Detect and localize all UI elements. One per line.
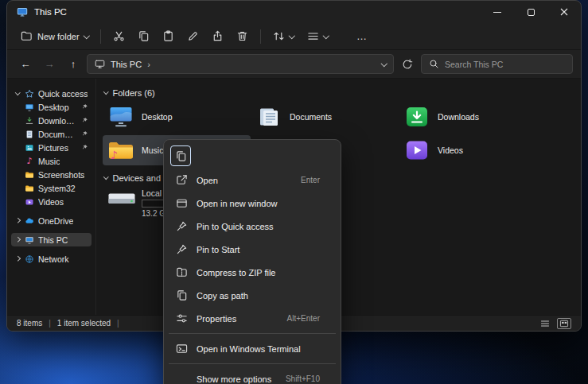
back-button[interactable]: ←: [15, 54, 36, 75]
menu-item-label: Copy as path: [197, 291, 248, 301]
sidebar-item-desktop[interactable]: Desktop: [11, 100, 92, 114]
cut-icon: [113, 30, 125, 42]
chevron-right-icon: [14, 238, 21, 242]
menu-item-show-more-options[interactable]: Show more options Shift+F10: [167, 367, 337, 384]
up-button[interactable]: ↑: [63, 54, 84, 75]
breadcrumb-separator: ›: [147, 60, 150, 69]
rename-button[interactable]: [181, 26, 204, 46]
folder-tile-documents[interactable]: Documents: [251, 102, 399, 132]
desktop-icon: [107, 106, 134, 128]
chevron-down-icon: [103, 174, 108, 179]
new-folder-icon: [21, 30, 33, 42]
back-icon: ←: [21, 58, 31, 70]
paste-button[interactable]: [157, 26, 180, 46]
paste-icon: [162, 30, 174, 42]
menu-item-label: Compress to ZIP file: [197, 268, 275, 277]
folders-header-label: Folders (6): [113, 88, 155, 98]
copy-button[interactable]: [132, 26, 155, 46]
menu-item-label: Open in Windows Terminal: [197, 344, 301, 354]
copy-quick-action-button[interactable]: [170, 145, 191, 166]
new-folder-button[interactable]: New folder: [15, 26, 94, 46]
sidebar-item-label: Documents: [38, 130, 77, 139]
details-view-toggle[interactable]: [538, 318, 552, 329]
sidebar-item-music[interactable]: ♪ Music: [11, 154, 92, 168]
menu-item-pin-to-quick-access[interactable]: Pin to Quick access: [167, 215, 337, 238]
copy-icon: [138, 30, 150, 42]
sidebar-item-downloads[interactable]: Downloads: [11, 114, 92, 127]
sort-button[interactable]: [267, 26, 300, 46]
window-title: This PC: [34, 7, 67, 17]
menu-item-properties[interactable]: Properties Alt+Enter: [167, 307, 337, 330]
selection-count: 1 item selected: [57, 319, 111, 328]
downloads-icon: [25, 116, 34, 126]
more-options-icon: …: [352, 30, 372, 42]
navigation-bar: ← → ↑ This PC ›: [7, 50, 581, 79]
see-more-button[interactable]: …: [346, 26, 378, 46]
chevron-down-icon: [103, 89, 108, 94]
share-button[interactable]: [206, 26, 229, 46]
sidebar-item-label: This PC: [38, 235, 68, 245]
folder-tile-videos[interactable]: Videos: [399, 135, 547, 165]
music-icon: ♪: [25, 157, 34, 166]
search-box[interactable]: [421, 54, 573, 74]
command-bar: New folder …: [7, 23, 581, 50]
menu-item-pin-to-start[interactable]: Pin to Start: [167, 238, 337, 261]
sidebar-item-screenshots[interactable]: Screenshots: [11, 168, 92, 181]
folder-tile-label: Desktop: [142, 112, 173, 122]
menu-item-open-in-new-window[interactable]: Open in new window: [167, 192, 337, 215]
folders-section-header[interactable]: Folders (6): [103, 87, 576, 99]
downloads-icon: [403, 106, 430, 128]
zip-folder-icon: [175, 266, 188, 279]
forward-button[interactable]: →: [39, 54, 60, 75]
maximize-button[interactable]: [514, 1, 547, 23]
view-button[interactable]: [302, 26, 334, 46]
rename-icon: [187, 30, 199, 42]
sidebar-item-videos[interactable]: Videos: [11, 195, 92, 208]
menu-item-label: Open: [197, 176, 218, 185]
folder-tile-desktop[interactable]: Desktop: [103, 102, 251, 132]
sidebar-item-pictures[interactable]: Pictures: [11, 141, 92, 154]
sidebar-item-system32[interactable]: System32: [11, 181, 92, 195]
menu-item-shortcut: Alt+Enter: [287, 314, 320, 323]
folder-tile-downloads[interactable]: Downloads: [399, 102, 547, 132]
close-button[interactable]: [547, 1, 581, 23]
address-bar[interactable]: This PC ›: [87, 54, 394, 74]
sidebar-item-network[interactable]: Network: [11, 252, 92, 266]
large-icons-view-icon: [559, 320, 569, 328]
search-input[interactable]: [445, 60, 565, 69]
navigation-pane: Quick access Desktop Downloads Documents…: [7, 79, 96, 315]
delete-button[interactable]: [231, 26, 254, 46]
share-icon: [212, 30, 224, 42]
menu-item-compress-to-zip[interactable]: Compress to ZIP file: [167, 261, 337, 284]
cut-button[interactable]: [107, 26, 130, 46]
refresh-button[interactable]: [397, 54, 418, 75]
pin-icon: [81, 117, 88, 124]
documents-icon: [255, 106, 282, 128]
large-icons-view-toggle[interactable]: [557, 318, 571, 329]
new-window-icon: [175, 197, 188, 210]
breadcrumb-root[interactable]: This PC: [111, 60, 142, 69]
folder-tile-label: Music: [142, 145, 163, 155]
sidebar-item-onedrive[interactable]: OneDrive: [11, 214, 92, 227]
menu-item-copy-as-path[interactable]: Copy as path: [167, 284, 337, 307]
sidebar-item-quick-access[interactable]: Quick access: [11, 87, 92, 100]
chevron-down-icon[interactable]: [380, 60, 387, 67]
minimize-button[interactable]: [481, 1, 514, 23]
menu-item-open-in-windows-terminal[interactable]: Open in Windows Terminal: [167, 337, 337, 360]
pin-icon: [81, 130, 88, 138]
sidebar-item-documents[interactable]: Documents: [11, 127, 92, 141]
music-folder-icon: ♪: [107, 139, 134, 161]
toolbar-divider: [100, 29, 101, 44]
sidebar-item-this-pc[interactable]: This PC: [11, 233, 92, 246]
menu-item-shortcut: Shift+F10: [286, 374, 320, 383]
open-icon: [175, 174, 188, 187]
menu-item-open[interactable]: Open Enter: [167, 169, 337, 192]
delete-icon: [236, 30, 248, 42]
copy-path-icon: [175, 289, 188, 302]
sidebar-item-label: Desktop: [38, 103, 69, 112]
chevron-right-icon: [14, 219, 21, 223]
this-pc-app-icon: [17, 6, 28, 17]
titlebar: This PC: [7, 1, 581, 23]
this-pc-icon: [95, 59, 105, 69]
sidebar-item-label: Network: [38, 254, 69, 264]
